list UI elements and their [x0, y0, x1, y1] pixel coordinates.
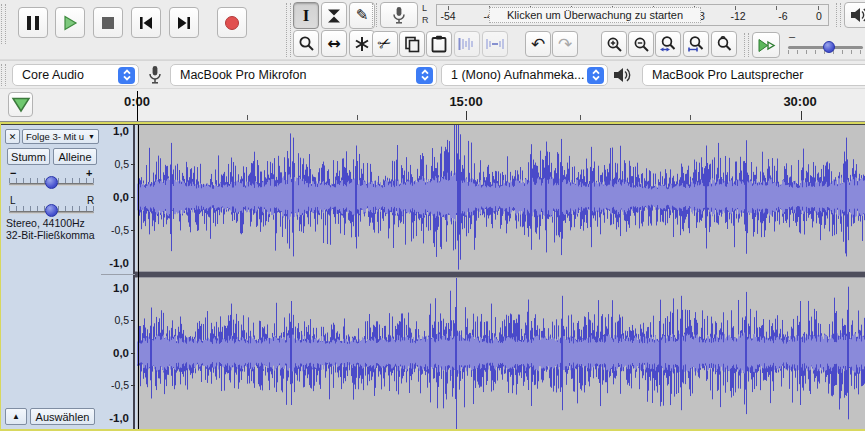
stop-icon: [102, 17, 114, 29]
zoom-in-icon: [606, 36, 623, 53]
zoom-tool-icon: [298, 35, 315, 52]
zoom-fit-icon: [687, 35, 705, 53]
record-icon: [225, 16, 239, 30]
track-name-button[interactable]: Folge 3- Mit u ▼: [22, 129, 99, 144]
zoom-to-selection-button[interactable]: [655, 31, 681, 57]
draw-tool-icon: ✎: [356, 8, 369, 23]
timeline-options-button[interactable]: [8, 92, 33, 117]
silence-selection-button[interactable]: [482, 31, 508, 57]
multi-tool-icon: [354, 36, 370, 52]
record-button[interactable]: [217, 7, 247, 38]
meter-label: 0: [816, 10, 822, 22]
triangle-up-icon: ▲: [12, 412, 20, 421]
mute-button[interactable]: Stumm: [7, 148, 50, 165]
skip-to-start-button[interactable]: [131, 7, 161, 38]
pause-icon: [27, 16, 39, 30]
timeline-ruler[interactable]: 0:00 15:00 30:00: [0, 88, 865, 122]
scale-label: 0,5: [101, 158, 131, 170]
silence-audio-icon: [485, 37, 505, 51]
pan-slider-thumb[interactable]: [45, 204, 58, 217]
microphone-icon: [392, 6, 406, 25]
skip-to-end-button[interactable]: [169, 7, 199, 38]
skip-to-end-icon: [176, 16, 192, 30]
redo-button[interactable]: ↷: [552, 31, 578, 57]
undo-button[interactable]: ↶: [525, 31, 551, 57]
gain-slider-thumb[interactable]: [45, 176, 58, 189]
track-info-line2: 32-Bit-Fließkomma: [6, 229, 95, 241]
tool-zoom-button[interactable]: [293, 30, 319, 57]
select-chevrons-icon: [587, 67, 604, 84]
scale-label: 1,0: [101, 125, 131, 137]
ruler-separator-line: [101, 274, 135, 275]
audio-host-select[interactable]: Core Audio: [12, 64, 139, 86]
channel-separator[interactable]: [135, 271, 865, 278]
timeline-label: 15:00: [449, 94, 482, 109]
play-at-speed-icon: [757, 38, 776, 53]
scale-label: -0,5: [101, 224, 131, 236]
track-select-button[interactable]: Auswählen: [30, 408, 95, 425]
redo-icon: ↷: [558, 36, 572, 53]
transport-toolbar-grip[interactable]: [1, 4, 6, 44]
zoom-to-fit-button[interactable]: [683, 31, 709, 57]
speaker-icon: [613, 67, 633, 87]
zoom-toggle-button[interactable]: [711, 31, 737, 57]
meter-label: -6: [778, 10, 787, 22]
close-icon: ✕: [9, 132, 17, 142]
toolbar-area: I ✎ ↔ L R -54 -48: [0, 0, 865, 60]
play-at-speed-grip[interactable]: [744, 33, 749, 57]
recording-channels-select[interactable]: 1 (Mono) Aufnahmeka...: [441, 64, 608, 86]
play-button[interactable]: [55, 7, 85, 38]
scale-label: 0,0: [101, 191, 131, 203]
trim-outside-selection-button[interactable]: [454, 31, 480, 57]
speed-slider-thumb[interactable]: [823, 41, 835, 53]
play-icon: [62, 15, 78, 31]
play-meter-grip[interactable]: [836, 3, 841, 27]
audio-host-value: Core Audio: [22, 68, 84, 82]
playback-device-select[interactable]: MacBook Pro Lautsprecher: [642, 64, 865, 86]
pause-button[interactable]: [18, 7, 48, 38]
play-meter-speaker-button[interactable]: [844, 2, 865, 28]
meter-label: -54: [440, 10, 455, 22]
zoom-out-button[interactable]: [628, 31, 654, 57]
cut-button[interactable]: ✂: [372, 31, 398, 57]
select-chevrons-icon: [416, 67, 433, 84]
tools-toolbar-grip[interactable]: [286, 3, 291, 57]
tool-time-shift-button[interactable]: ↔: [321, 30, 347, 57]
audio-track: ✕ Folge 3- Mit u ▼ Stumm Alleine − + L R…: [0, 122, 865, 431]
device-toolbar: Core Audio MacBook Pro Mikrofon 1 (Mono)…: [0, 60, 865, 88]
device-toolbar-grip[interactable]: [1, 64, 6, 86]
stop-button[interactable]: [93, 7, 123, 38]
speed-slider-minus-label: –: [789, 30, 795, 42]
record-meter-grip[interactable]: [372, 3, 377, 27]
waveform-channel-left[interactable]: [137, 125, 865, 271]
monitoring-overlay[interactable]: Klicken um Überwachung zu starten: [489, 7, 701, 23]
pinned-play-head-icon: [10, 95, 32, 114]
scale-label: 0,5: [101, 314, 131, 326]
recording-device-value: MacBook Pro Mikrofon: [180, 68, 306, 82]
record-meter-mic-button[interactable]: [380, 2, 418, 28]
tool-envelope-button[interactable]: [321, 2, 347, 29]
zoom-in-button[interactable]: [601, 31, 627, 57]
recording-device-select[interactable]: MacBook Pro Mikrofon: [170, 64, 437, 86]
chevron-down-icon: ▼: [88, 133, 95, 140]
zoom-out-icon: [633, 36, 650, 53]
edit-cursor-line: [138, 125, 139, 429]
track-name: Folge 3- Mit u: [26, 131, 84, 142]
microphone-icon: [148, 65, 162, 89]
select-chevrons-icon: [118, 67, 135, 84]
play-at-speed-button[interactable]: [752, 32, 780, 58]
record-meter[interactable]: -54 -48 3 -12 -6 0 Klicken um Überwachun…: [436, 4, 829, 26]
select-label: Auswählen: [36, 411, 90, 423]
track-collapse-button[interactable]: ▲: [5, 408, 27, 425]
cut-icon: ✂: [376, 34, 395, 54]
solo-button[interactable]: Alleine: [53, 148, 97, 165]
track-close-button[interactable]: ✕: [5, 129, 20, 144]
waveform-channel-right[interactable]: [137, 278, 865, 429]
tool-selection-button[interactable]: I: [293, 2, 319, 29]
mute-label: Stumm: [11, 151, 46, 163]
audacity-window: I ✎ ↔ L R -54 -48: [0, 0, 865, 431]
paste-button[interactable]: [426, 31, 452, 57]
track-info-line1: Stereo, 44100Hz: [6, 217, 85, 229]
track-control-panel: ✕ Folge 3- Mit u ▼ Stumm Alleine − + L R…: [1, 125, 101, 429]
copy-button[interactable]: [399, 31, 425, 57]
